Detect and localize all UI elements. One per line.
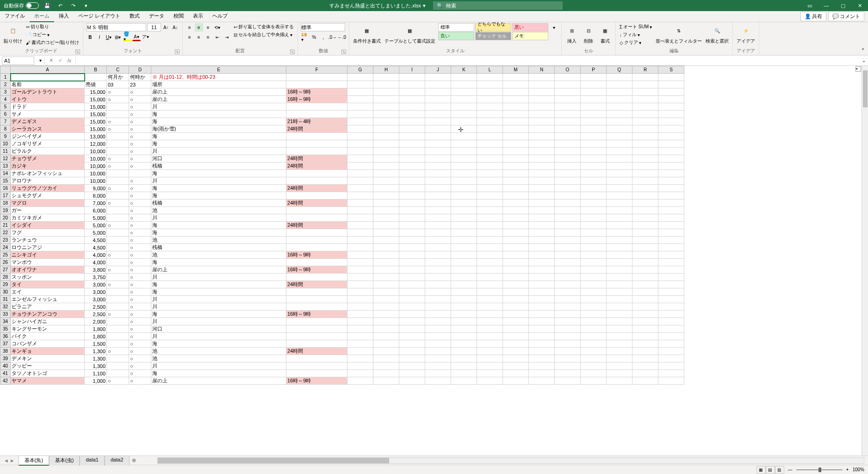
cell-N4[interactable] [529, 96, 555, 103]
cell-R20[interactable] [632, 214, 658, 222]
cell-S20[interactable] [658, 214, 684, 222]
cell-F38[interactable]: 24時間 [286, 348, 347, 355]
cell-O13[interactable] [555, 162, 581, 170]
cell-C10[interactable] [107, 140, 129, 148]
cell-R17[interactable] [632, 192, 658, 200]
row-header-10[interactable]: 10 [0, 140, 11, 148]
cell-N25[interactable] [529, 251, 555, 259]
cell-O3[interactable] [555, 88, 581, 96]
cell-C22[interactable] [107, 229, 129, 237]
cell-C42[interactable]: ○ [107, 377, 129, 385]
cell-E27[interactable]: 崖の上 [151, 266, 286, 274]
cell-C8[interactable]: ○ [107, 125, 129, 133]
cell-F13[interactable]: 24時間 [286, 162, 347, 170]
cell-A21[interactable]: イシダイ [11, 222, 85, 229]
row-header-26[interactable]: 26 [0, 259, 11, 266]
cell-L32[interactable] [477, 303, 503, 311]
cell-E38[interactable]: 池 [151, 348, 286, 355]
cell-H36[interactable] [373, 333, 399, 340]
cell-I38[interactable] [399, 348, 425, 355]
cell-Q23[interactable] [607, 237, 632, 244]
cell-O14[interactable] [555, 170, 581, 177]
cell-N27[interactable] [529, 266, 555, 274]
cell-N3[interactable] [529, 88, 555, 96]
cell-R13[interactable] [632, 162, 658, 170]
cell-O22[interactable] [555, 229, 581, 237]
col-header-P[interactable]: P [581, 66, 607, 74]
col-header-I[interactable]: I [399, 66, 425, 74]
cell-E31[interactable]: 川 [151, 296, 286, 303]
cell-S3[interactable] [658, 88, 684, 96]
align-right-button[interactable]: ≡ [204, 33, 212, 41]
align-center-button[interactable]: ≡ [195, 33, 203, 41]
cell-K1[interactable] [451, 74, 477, 81]
cell-H31[interactable] [373, 296, 399, 303]
cell-J31[interactable] [425, 296, 451, 303]
cell-H42[interactable] [373, 377, 399, 385]
cell-F31[interactable] [286, 296, 347, 303]
menu-tab-0[interactable]: ファイル [0, 11, 30, 22]
cell-H28[interactable] [373, 274, 399, 281]
cell-L26[interactable] [477, 259, 503, 266]
cell-Q19[interactable] [607, 207, 632, 214]
cell-L6[interactable] [477, 111, 503, 118]
cell-P28[interactable] [581, 274, 607, 281]
cell-Q20[interactable] [607, 214, 632, 222]
cell-I27[interactable] [399, 266, 425, 274]
cell-E40[interactable]: 川 [151, 362, 286, 370]
cell-F15[interactable] [286, 177, 347, 185]
cell-O24[interactable] [555, 244, 581, 251]
currency-button[interactable]: 💴▾ [301, 33, 309, 41]
cell-Q35[interactable] [607, 325, 632, 333]
cell-S42[interactable] [658, 377, 684, 385]
row-header-23[interactable]: 23 [0, 237, 11, 244]
cell-D35[interactable]: ○ [129, 325, 151, 333]
cell-P17[interactable] [581, 192, 607, 200]
cell-A6[interactable]: サメ [11, 111, 85, 118]
row-header-42[interactable]: 42 [0, 377, 11, 385]
cell-F27[interactable]: 16時～9時 [286, 266, 347, 274]
cell-K42[interactable] [451, 377, 477, 385]
cell-M41[interactable] [503, 370, 529, 377]
cell-J18[interactable] [425, 200, 451, 207]
style-check[interactable]: チェック セル [475, 32, 511, 40]
qat-customize-icon[interactable]: ▾ [81, 1, 91, 10]
cell-I1[interactable] [399, 74, 425, 81]
cell-K13[interactable] [451, 162, 477, 170]
cell-F4[interactable]: 16時～9時 [286, 96, 347, 103]
cell-J23[interactable] [425, 237, 451, 244]
cell-E26[interactable]: 海 [151, 259, 286, 266]
cell-C29[interactable]: ○ [107, 281, 129, 288]
cell-L18[interactable] [477, 200, 503, 207]
cell-E19[interactable]: 池 [151, 207, 286, 214]
cell-J38[interactable] [425, 348, 451, 355]
comment-button[interactable]: 💬コメント [828, 12, 864, 21]
cell-N9[interactable] [529, 133, 555, 140]
row-header-21[interactable]: 21 [0, 222, 11, 229]
cell-J41[interactable] [425, 370, 451, 377]
cell-R38[interactable] [632, 348, 658, 355]
cell-K17[interactable] [451, 192, 477, 200]
cell-M25[interactable] [503, 251, 529, 259]
cell-N17[interactable] [529, 192, 555, 200]
cell-C6[interactable] [107, 111, 129, 118]
cell-Q18[interactable] [607, 200, 632, 207]
cell-E23[interactable]: 池 [151, 237, 286, 244]
cell-P3[interactable] [581, 88, 607, 96]
cell-M34[interactable] [503, 318, 529, 325]
cell-L25[interactable] [477, 251, 503, 259]
cell-A1[interactable] [11, 74, 85, 81]
cell-D5[interactable]: ○ [129, 103, 151, 111]
cell-F14[interactable] [286, 170, 347, 177]
cell-K7[interactable] [451, 118, 477, 125]
cell-D15[interactable]: ○ [129, 177, 151, 185]
cell-S17[interactable] [658, 192, 684, 200]
cell-B2[interactable]: 売値▾ [85, 81, 107, 88]
spreadsheet-grid[interactable]: ABCDEFGHIJKLMNOPQRS 1何月か何時か※ 月は01-12、時間は… [0, 66, 684, 385]
cell-L27[interactable] [477, 266, 503, 274]
cell-I18[interactable] [399, 200, 425, 207]
cell-D18[interactable]: ○ [129, 200, 151, 207]
cell-P32[interactable] [581, 303, 607, 311]
cell-G20[interactable] [347, 214, 373, 222]
cell-B18[interactable]: 7,000 [85, 200, 107, 207]
